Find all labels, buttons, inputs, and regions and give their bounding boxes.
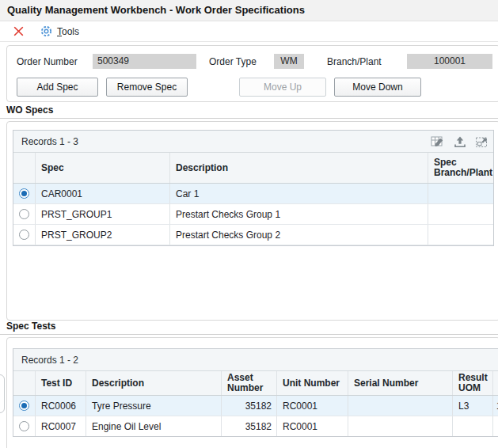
order-type-field: WM [274,54,304,69]
cell-spec-branch-plant [428,225,493,245]
branch-plant-label: Branch/Plant [327,56,382,67]
tools-label: Tools [57,26,79,37]
table-row[interactable]: CAR0001 Car 1 [13,184,493,204]
cell-serial-number [348,416,453,436]
remove-spec-button[interactable]: Remove Spec [106,78,188,97]
column-header-spec[interactable]: Spec [36,153,170,183]
table-row[interactable]: PRST_GROUP1 Prestart Checks Group 1 [13,204,493,225]
export-icon[interactable] [454,135,466,148]
close-button[interactable] [12,25,25,38]
wo-specs-group-box: Records 1 - 3 [6,121,498,321]
column-header-asset-number[interactable]: Asset Number [222,371,277,395]
cell-description: Tyre Pressure [86,396,222,416]
order-number-field: 500349 [93,54,196,69]
cell-serial-number [348,396,453,416]
cell-test-id: RC0006 [36,396,86,416]
move-up-button: Move Up [239,78,326,97]
branch-plant-field: 100001 [407,54,492,69]
cell-clipped-value: 1 [493,396,498,416]
column-header-serial-number[interactable]: Serial Number [348,371,453,395]
gear-icon [40,25,53,38]
order-type-label: Order Type [209,56,257,67]
close-icon [12,25,25,38]
row-radio[interactable] [19,188,29,199]
cell-spec: CAR0001 [36,184,170,203]
cell-spec: PRST_GROUP1 [36,204,170,224]
cell-asset-number: 35182 [222,416,277,436]
app-window: Quality Management Workbench - Work Orde… [0,0,498,448]
cell-result-uom [453,416,493,436]
spec-tests-section-title: Spec Tests [0,321,498,335]
row-radio[interactable] [19,421,29,431]
wo-specs-records-label: Records 1 - 3 [21,136,78,147]
cell-spec: PRST_GROUP2 [36,225,170,245]
wo-specs-grid-header: Spec Description Spec Branch/Plant [13,153,493,184]
expand-grid-icon[interactable] [475,135,488,148]
cell-description: Prestart Checks Group 1 [170,204,428,224]
cell-description: Car 1 [170,184,428,203]
customize-grid-icon[interactable] [431,135,445,148]
column-header-test-id[interactable]: Test ID [36,371,86,395]
table-row[interactable]: RC0006 Tyre Pressure 35182 RC0001 L3 1 [13,396,498,416]
cell-clipped-value [493,416,498,436]
column-header-result-uom[interactable]: Result UOM [453,371,493,395]
wo-specs-section-title: WO Specs [0,104,498,119]
splitter-handle [0,374,5,413]
wo-specs-grid: Records 1 - 3 [13,130,494,246]
row-radio[interactable] [19,230,29,240]
row-radio[interactable] [19,401,29,411]
cell-unit-number: RC0001 [277,416,348,436]
main-toolbar: Tools [0,21,498,42]
cell-description: Prestart Checks Group 2 [170,225,428,245]
radio-column-header [13,371,36,395]
column-header-description[interactable]: Description [170,153,428,183]
header-form: Order Number 500349 Order Type WM Branch… [6,45,498,102]
spec-tests-records-label: Records 1 - 2 [21,355,78,366]
column-header-description[interactable]: Description [86,371,222,395]
cell-spec-branch-plant [428,204,493,224]
radio-column-header [13,153,36,183]
column-header-unit-number[interactable]: Unit Number [277,371,348,395]
cell-result-uom: L3 [453,396,493,416]
cell-asset-number: 35182 [222,396,277,416]
row-radio[interactable] [19,209,29,219]
cell-test-id: RC0007 [36,416,86,436]
table-row[interactable]: RC0007 Engine Oil Level 35182 RC0001 [13,416,498,436]
wo-specs-grid-toolbar: Records 1 - 3 [13,131,493,153]
table-row[interactable]: PRST_GROUP2 Prestart Checks Group 2 [13,225,493,245]
cell-unit-number: RC0001 [277,396,348,416]
spec-tests-grid-header: Test ID Description Asset Number Unit Nu… [13,371,498,396]
add-spec-button[interactable]: Add Spec [17,78,98,97]
cell-description: Engine Oil Level [86,416,222,436]
tools-menu[interactable]: Tools [40,25,79,38]
move-down-button[interactable]: Move Down [334,78,421,97]
order-number-label: Order Number [17,56,78,67]
spec-tests-grid: Records 1 - 2 Test ID Description Asset … [13,348,498,437]
spec-tests-grid-toolbar: Records 1 - 2 [13,349,498,371]
window-title: Quality Management Workbench - Work Orde… [0,0,498,21]
column-header-spec-branch-plant[interactable]: Spec Branch/Plant [428,153,493,183]
cell-spec-branch-plant [428,184,493,203]
column-header-clipped [493,371,498,395]
spec-tests-group-box: Records 1 - 2 Test ID Description Asset … [6,337,498,448]
